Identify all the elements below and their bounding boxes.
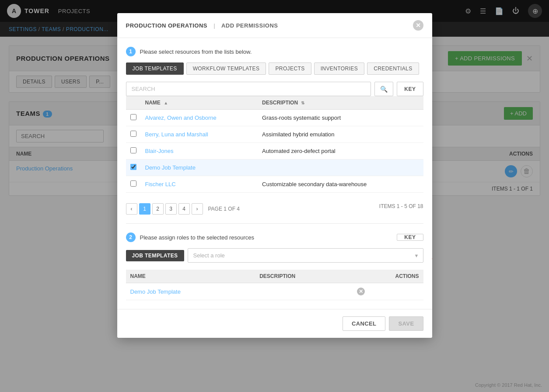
selected-row1-name[interactable]: Demo Job Template <box>130 288 181 295</box>
tab-credentials[interactable]: CREDENTIALS <box>367 62 419 75</box>
selected-table-row: Demo Job Template ✕ <box>126 283 423 300</box>
name-col-header[interactable]: NAME ▲ <box>141 96 258 110</box>
modal-header: PRODUCTION OPERATIONS | ADD PERMISSIONS … <box>117 13 432 38</box>
row3-desc: Automated zero-defect portal <box>262 148 336 154</box>
step2-label: 2 Please assign roles to the selected re… <box>126 232 423 242</box>
cancel-button[interactable]: CANCEL <box>343 316 386 331</box>
section-divider <box>126 223 423 224</box>
page-3-button[interactable]: 3 <box>165 203 177 215</box>
row1-desc: Grass-roots systematic support <box>262 114 341 121</box>
row1-name[interactable]: Alvarez, Owen and Osborne <box>145 114 217 121</box>
row5-desc: Customizable secondary data-warehouse <box>262 181 367 187</box>
table-row: Fischer LLC Customizable secondary data-… <box>126 176 423 193</box>
page-prev-button[interactable]: ‹ <box>126 203 137 215</box>
table-row: Blair-Jones Automated zero-defect portal <box>126 143 423 160</box>
role-select[interactable]: Select a role <box>188 248 423 263</box>
tab-job-templates[interactable]: JOB TEMPLATES <box>126 62 184 75</box>
pagination-row: ‹ 1 2 3 4 › PAGE 1 OF 4 ITEMS 1 - 5 OF 1… <box>126 198 423 215</box>
tab-inventories[interactable]: INVENTORIES <box>314 62 365 75</box>
results-table: NAME ▲ DESCRIPTION ⇅ Alvarez, Owen and O… <box>126 96 423 193</box>
selected-actions-col: ACTIONS <box>353 270 423 283</box>
row4-name[interactable]: Demo Job Template <box>145 164 196 171</box>
row3-checkbox[interactable] <box>130 147 136 153</box>
pagination: ‹ 1 2 3 4 › PAGE 1 OF 4 <box>126 203 240 215</box>
modal-overlay: PRODUCTION OPERATIONS | ADD PERMISSIONS … <box>0 0 549 392</box>
table-row-highlighted: Demo Job Template <box>126 160 423 176</box>
modal-body: 1 Please select resources from the lists… <box>117 38 432 309</box>
modal-title: PRODUCTION OPERATIONS | ADD PERMISSIONS <box>126 22 278 29</box>
step1-link[interactable]: lists <box>224 49 234 55</box>
row5-checkbox[interactable] <box>130 180 136 187</box>
results-table-header-row: NAME ▲ DESCRIPTION ⇅ <box>126 96 423 110</box>
key-button-step2[interactable]: KEY <box>397 234 423 241</box>
role-select-wrapper: Select a role ▼ <box>188 248 423 263</box>
role-type-badge: JOB TEMPLATES <box>126 250 184 261</box>
tab-workflow-templates[interactable]: WORKFLOW TEMPLATES <box>186 62 266 75</box>
tab-projects[interactable]: PROJECTS <box>269 62 311 75</box>
description-col-header[interactable]: DESCRIPTION ⇅ <box>258 96 423 110</box>
row2-desc: Assimilated hybrid emulation <box>262 131 334 138</box>
page-info: PAGE 1 OF 4 <box>208 206 240 212</box>
modal-footer: CANCEL SAVE <box>117 309 432 338</box>
search-button[interactable]: 🔍 <box>374 82 393 96</box>
table-row: Alvarez, Owen and Osborne Grass-roots sy… <box>126 110 423 126</box>
name-sort-icon: ▲ <box>164 101 168 105</box>
selected-desc-col: DESCRIPTION <box>255 270 353 283</box>
row5-name[interactable]: Fischer LLC <box>145 181 176 187</box>
step1-text: Please select resources from the lists b… <box>140 49 252 55</box>
add-permissions-modal: PRODUCTION OPERATIONS | ADD PERMISSIONS … <box>117 13 432 338</box>
red-arrow-indicator <box>423 235 432 266</box>
key-button-top[interactable]: KEY <box>397 82 423 96</box>
row3-name[interactable]: Blair-Jones <box>145 148 174 154</box>
page-1-button[interactable]: 1 <box>139 203 150 215</box>
search-input[interactable] <box>126 82 371 96</box>
desc-sort-icon: ⇅ <box>301 101 304 105</box>
page-next-button[interactable]: › <box>192 203 203 215</box>
step1-number: 1 <box>126 47 136 56</box>
row4-checkbox[interactable] <box>130 164 136 170</box>
resource-tabs: JOB TEMPLATES WORKFLOW TEMPLATES PROJECT… <box>126 62 423 75</box>
search-bar: 🔍 KEY <box>126 82 423 96</box>
page-4-button[interactable]: 4 <box>178 203 190 215</box>
selected-table-header-row: NAME DESCRIPTION ACTIONS <box>126 270 423 283</box>
role-selector-row: JOB TEMPLATES Select a role ▼ <box>126 248 423 263</box>
remove-selected-row1-button[interactable]: ✕ <box>357 288 365 295</box>
table-row: Berry, Luna and Marshall Assimilated hyb… <box>126 126 423 143</box>
step2-number: 2 <box>126 232 136 242</box>
step1-label: 1 Please select resources from the lists… <box>126 47 423 56</box>
checkbox-col-header <box>126 96 141 110</box>
items-info: ITEMS 1 - 5 OF 18 <box>379 203 423 209</box>
selected-name-col: NAME <box>126 270 255 283</box>
row2-checkbox[interactable] <box>130 131 136 137</box>
save-button[interactable]: SAVE <box>389 316 423 331</box>
modal-close-button[interactable]: ✕ <box>413 20 423 31</box>
selected-table: NAME DESCRIPTION ACTIONS Demo Job Templa… <box>126 270 423 300</box>
page-2-button[interactable]: 2 <box>152 203 164 215</box>
row1-checkbox[interactable] <box>130 114 136 120</box>
row2-name[interactable]: Berry, Luna and Marshall <box>145 131 208 138</box>
step2-text: Please assign roles to the selected reso… <box>140 234 255 241</box>
